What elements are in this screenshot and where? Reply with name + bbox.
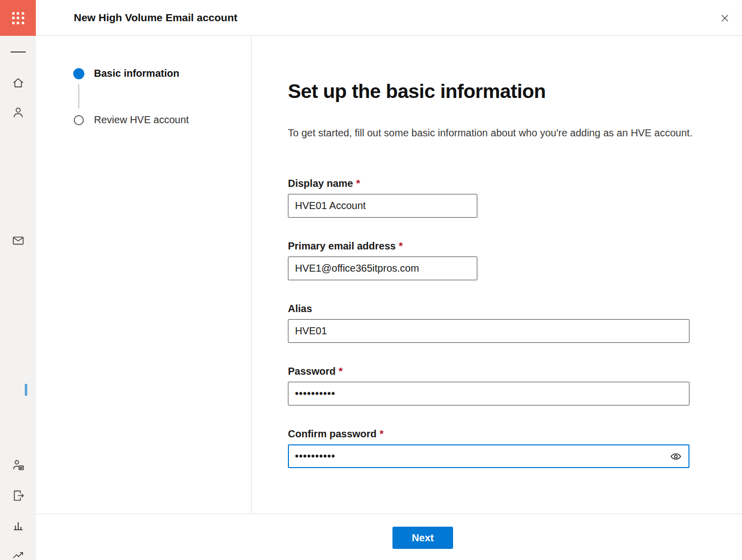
required-marker: * xyxy=(338,366,342,377)
wizard-steps-panel: Basic information Review HVE account xyxy=(36,36,252,514)
next-button[interactable]: Next xyxy=(392,527,453,549)
alias-field-group: Alias xyxy=(288,303,689,343)
insights-icon[interactable] xyxy=(11,547,26,560)
step-upcoming-icon xyxy=(74,115,84,125)
dialog-footer: Next xyxy=(36,514,742,560)
step-current-icon xyxy=(73,68,84,79)
content-heading: Set up the basic information xyxy=(288,80,546,103)
primary-email-field-group: Primary email address* xyxy=(288,240,689,280)
sidebar-scrollbar-thumb[interactable] xyxy=(25,384,27,396)
mail-icon[interactable] xyxy=(11,233,26,248)
confirm-password-field-group: Confirm password* xyxy=(288,428,689,468)
required-marker: * xyxy=(356,178,360,189)
display-name-input[interactable] xyxy=(288,194,477,218)
content-description: To get started, fill out some basic info… xyxy=(288,127,692,139)
password-input[interactable] xyxy=(288,382,689,405)
step-connector-line xyxy=(78,84,79,109)
reports-icon[interactable] xyxy=(11,518,26,533)
waffle-icon xyxy=(12,12,24,24)
password-field-group: Password* xyxy=(288,366,689,405)
alias-input[interactable] xyxy=(288,319,689,343)
dialog-header: New High Volume Email account xyxy=(36,0,742,36)
confirm-password-label: Confirm password* xyxy=(288,428,689,440)
password-label: Password* xyxy=(288,366,689,377)
display-name-label: Display name* xyxy=(288,178,689,189)
migration-icon[interactable] xyxy=(11,488,26,503)
step-label: Review HVE account xyxy=(94,114,189,126)
roles-icon[interactable] xyxy=(11,457,26,473)
users-icon[interactable] xyxy=(11,105,26,120)
alias-label: Alias xyxy=(288,303,689,315)
display-name-field-group: Display name* xyxy=(288,178,689,218)
confirm-password-input[interactable] xyxy=(288,444,689,468)
main-content: Set up the basic information To get star… xyxy=(252,36,742,514)
wizard-step-basic-information[interactable]: Basic information xyxy=(73,68,179,79)
home-icon[interactable] xyxy=(11,75,26,90)
eye-icon xyxy=(670,450,682,463)
page-title: New High Volume Email account xyxy=(74,0,237,35)
required-marker: * xyxy=(380,428,384,439)
basic-information-form: Display name* Primary email address* Ali… xyxy=(288,178,689,491)
wizard-step-review-hve-account[interactable]: Review HVE account xyxy=(74,114,189,126)
close-button[interactable] xyxy=(717,11,732,26)
app-launcher-button[interactable] xyxy=(0,0,36,36)
hamburger-menu-icon[interactable] xyxy=(11,44,26,60)
reveal-password-button[interactable] xyxy=(669,450,682,463)
close-icon xyxy=(720,13,729,24)
primary-email-label: Primary email address* xyxy=(288,240,689,252)
required-marker: * xyxy=(399,240,403,251)
primary-email-input[interactable] xyxy=(288,257,477,280)
step-label: Basic information xyxy=(94,68,179,79)
left-nav-rail xyxy=(0,36,36,560)
